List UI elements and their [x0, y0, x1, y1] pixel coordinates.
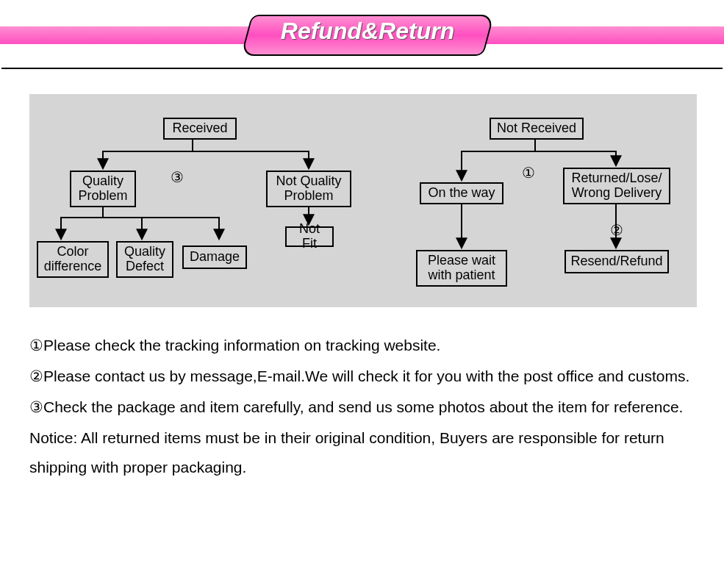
node-quality-defect: Quality Defect — [116, 241, 173, 278]
title-badge — [240, 15, 494, 56]
instruction-3: ③Check the package and item carefully, a… — [29, 392, 697, 422]
instruction-1: ①Please check the tracking information o… — [29, 331, 697, 360]
node-not-quality-problem: Not Quality Problem — [266, 171, 351, 207]
marker-3: ③ — [168, 168, 187, 187]
instructions: ①Please check the tracking information o… — [29, 331, 697, 483]
node-on-the-way: On the way — [420, 182, 503, 204]
node-not-fit: Not Fit — [285, 226, 334, 247]
node-resend-refund: Resend/Refund — [564, 250, 669, 273]
node-received: Received — [163, 118, 237, 140]
marker-2: ② — [607, 220, 626, 240]
instruction-notice: Notice: All returned items must be in th… — [29, 423, 697, 482]
node-quality-problem: Quality Problem — [70, 171, 136, 207]
node-color-difference: Color difference — [37, 241, 109, 278]
node-returned-lose: Returned/Lose/ Wrong Delivery — [563, 168, 670, 204]
node-damage: Damage — [182, 245, 247, 269]
instruction-2: ②Please contact us by message,E-mail.We … — [29, 362, 697, 391]
marker-1: ① — [519, 163, 538, 182]
node-please-wait: Please wait with patient — [416, 250, 507, 287]
divider — [1, 68, 723, 69]
node-not-received: Not Received — [490, 118, 584, 140]
